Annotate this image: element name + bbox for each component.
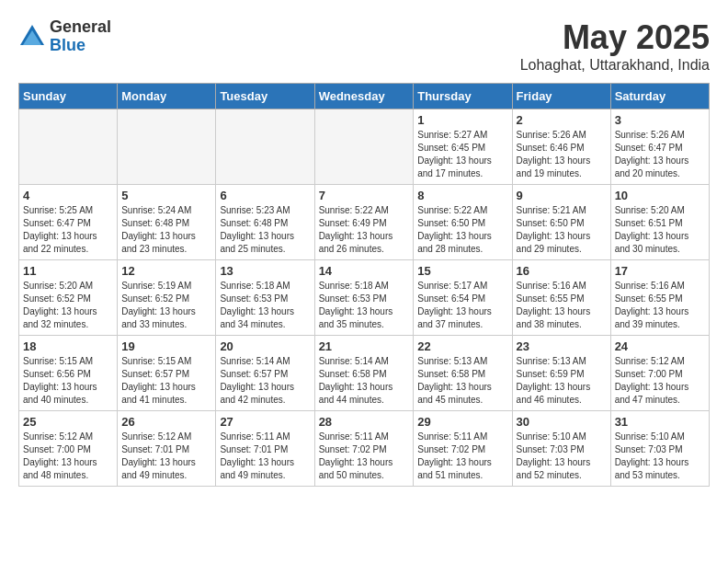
day-cell: 6Sunrise: 5:23 AM Sunset: 6:48 PM Daylig…	[216, 185, 314, 260]
day-info: Sunrise: 5:22 AM Sunset: 6:49 PM Dayligh…	[319, 204, 410, 256]
week-row-1: 1Sunrise: 5:27 AM Sunset: 6:45 PM Daylig…	[19, 109, 710, 185]
logo: General Blue	[18, 18, 111, 55]
day-info: Sunrise: 5:26 AM Sunset: 6:46 PM Dayligh…	[517, 129, 607, 180]
day-number: 19	[121, 339, 211, 353]
day-cell: 25Sunrise: 5:12 AM Sunset: 7:00 PM Dayli…	[19, 411, 118, 487]
logo-blue: Blue	[50, 37, 111, 55]
day-info: Sunrise: 5:17 AM Sunset: 6:54 PM Dayligh…	[417, 280, 507, 331]
day-info: Sunrise: 5:13 AM Sunset: 6:58 PM Dayligh…	[417, 355, 507, 407]
day-number: 13	[220, 264, 310, 278]
day-cell: 9Sunrise: 5:21 AM Sunset: 6:50 PM Daylig…	[512, 185, 610, 260]
day-number: 11	[23, 264, 113, 278]
day-cell: 2Sunrise: 5:26 AM Sunset: 6:46 PM Daylig…	[512, 109, 610, 185]
day-cell: 18Sunrise: 5:15 AM Sunset: 6:56 PM Dayli…	[19, 336, 118, 411]
day-cell: 28Sunrise: 5:11 AM Sunset: 7:02 PM Dayli…	[314, 411, 414, 487]
day-info: Sunrise: 5:27 AM Sunset: 6:45 PM Dayligh…	[417, 129, 507, 180]
header-cell-thursday: Thursday	[414, 84, 512, 109]
day-cell: 31Sunrise: 5:10 AM Sunset: 7:03 PM Dayli…	[610, 411, 709, 487]
day-cell: 14Sunrise: 5:18 AM Sunset: 6:53 PM Dayli…	[314, 260, 414, 336]
week-row-3: 11Sunrise: 5:20 AM Sunset: 6:52 PM Dayli…	[19, 260, 710, 336]
day-cell: 16Sunrise: 5:16 AM Sunset: 6:55 PM Dayli…	[512, 260, 610, 336]
day-info: Sunrise: 5:10 AM Sunset: 7:03 PM Dayligh…	[615, 431, 705, 482]
header-cell-tuesday: Tuesday	[216, 84, 314, 109]
day-number: 14	[319, 264, 410, 278]
day-info: Sunrise: 5:12 AM Sunset: 7:01 PM Dayligh…	[121, 431, 211, 482]
day-cell: 17Sunrise: 5:16 AM Sunset: 6:55 PM Dayli…	[610, 260, 709, 336]
day-cell: 22Sunrise: 5:13 AM Sunset: 6:58 PM Dayli…	[414, 336, 512, 411]
day-number: 10	[615, 189, 705, 202]
day-cell	[19, 109, 118, 185]
day-info: Sunrise: 5:18 AM Sunset: 6:53 PM Dayligh…	[220, 280, 310, 331]
day-number: 28	[319, 415, 410, 429]
day-cell: 5Sunrise: 5:24 AM Sunset: 6:48 PM Daylig…	[118, 185, 216, 260]
header-cell-friday: Friday	[512, 84, 610, 109]
logo-icon	[18, 23, 46, 51]
day-cell: 10Sunrise: 5:20 AM Sunset: 6:51 PM Dayli…	[610, 185, 709, 260]
day-number: 7	[319, 189, 410, 202]
day-cell: 8Sunrise: 5:22 AM Sunset: 6:50 PM Daylig…	[414, 185, 512, 260]
day-cell	[216, 109, 314, 185]
title-area: May 2025 Lohaghat, Uttarakhand, India	[520, 18, 710, 74]
day-number: 20	[220, 339, 310, 353]
week-row-5: 25Sunrise: 5:12 AM Sunset: 7:00 PM Dayli…	[19, 411, 710, 487]
day-cell: 11Sunrise: 5:20 AM Sunset: 6:52 PM Dayli…	[19, 260, 118, 336]
header-cell-saturday: Saturday	[610, 84, 709, 109]
day-number: 31	[615, 415, 705, 429]
day-number: 22	[417, 339, 507, 353]
day-cell: 7Sunrise: 5:22 AM Sunset: 6:49 PM Daylig…	[314, 185, 414, 260]
day-info: Sunrise: 5:22 AM Sunset: 6:50 PM Dayligh…	[417, 204, 507, 256]
day-number: 17	[615, 264, 705, 278]
logo-text: General Blue	[50, 18, 111, 55]
day-info: Sunrise: 5:23 AM Sunset: 6:48 PM Dayligh…	[220, 204, 310, 256]
day-cell: 24Sunrise: 5:12 AM Sunset: 7:00 PM Dayli…	[610, 336, 709, 411]
day-number: 1	[417, 113, 507, 127]
month-title: May 2025	[520, 18, 710, 57]
day-info: Sunrise: 5:14 AM Sunset: 6:58 PM Dayligh…	[319, 355, 410, 407]
day-cell: 27Sunrise: 5:11 AM Sunset: 7:01 PM Dayli…	[216, 411, 314, 487]
day-cell: 19Sunrise: 5:15 AM Sunset: 6:57 PM Dayli…	[118, 336, 216, 411]
logo-general: General	[50, 18, 111, 37]
day-info: Sunrise: 5:15 AM Sunset: 6:56 PM Dayligh…	[23, 355, 113, 407]
day-number: 4	[23, 189, 113, 202]
day-number: 2	[517, 113, 607, 127]
header-cell-monday: Monday	[118, 84, 216, 109]
location: Lohaghat, Uttarakhand, India	[520, 57, 710, 74]
week-row-4: 18Sunrise: 5:15 AM Sunset: 6:56 PM Dayli…	[19, 336, 710, 411]
day-cell: 15Sunrise: 5:17 AM Sunset: 6:54 PM Dayli…	[414, 260, 512, 336]
day-number: 6	[220, 189, 310, 202]
day-number: 23	[517, 339, 607, 353]
day-info: Sunrise: 5:16 AM Sunset: 6:55 PM Dayligh…	[517, 280, 607, 331]
header-cell-sunday: Sunday	[19, 84, 118, 109]
day-info: Sunrise: 5:24 AM Sunset: 6:48 PM Dayligh…	[121, 204, 211, 256]
day-cell: 21Sunrise: 5:14 AM Sunset: 6:58 PM Dayli…	[314, 336, 414, 411]
day-info: Sunrise: 5:18 AM Sunset: 6:53 PM Dayligh…	[319, 280, 410, 331]
day-number: 18	[23, 339, 113, 353]
day-number: 9	[517, 189, 607, 202]
header-cell-wednesday: Wednesday	[314, 84, 414, 109]
day-cell: 23Sunrise: 5:13 AM Sunset: 6:59 PM Dayli…	[512, 336, 610, 411]
week-row-2: 4Sunrise: 5:25 AM Sunset: 6:47 PM Daylig…	[19, 185, 710, 260]
day-cell: 1Sunrise: 5:27 AM Sunset: 6:45 PM Daylig…	[414, 109, 512, 185]
day-cell: 12Sunrise: 5:19 AM Sunset: 6:52 PM Dayli…	[118, 260, 216, 336]
day-number: 12	[121, 264, 211, 278]
day-number: 27	[220, 415, 310, 429]
day-info: Sunrise: 5:26 AM Sunset: 6:47 PM Dayligh…	[615, 129, 705, 180]
day-info: Sunrise: 5:25 AM Sunset: 6:47 PM Dayligh…	[23, 204, 113, 256]
day-number: 26	[121, 415, 211, 429]
day-number: 25	[23, 415, 113, 429]
header-row: SundayMondayTuesdayWednesdayThursdayFrid…	[19, 84, 710, 109]
day-number: 16	[517, 264, 607, 278]
day-number: 5	[121, 189, 211, 202]
day-info: Sunrise: 5:19 AM Sunset: 6:52 PM Dayligh…	[121, 280, 211, 331]
day-info: Sunrise: 5:11 AM Sunset: 7:02 PM Dayligh…	[417, 431, 507, 482]
day-info: Sunrise: 5:15 AM Sunset: 6:57 PM Dayligh…	[121, 355, 211, 407]
day-number: 29	[417, 415, 507, 429]
day-cell: 3Sunrise: 5:26 AM Sunset: 6:47 PM Daylig…	[610, 109, 709, 185]
day-info: Sunrise: 5:20 AM Sunset: 6:51 PM Dayligh…	[615, 204, 705, 256]
day-info: Sunrise: 5:11 AM Sunset: 7:01 PM Dayligh…	[220, 431, 310, 482]
day-number: 24	[615, 339, 705, 353]
day-number: 8	[417, 189, 507, 202]
day-cell: 20Sunrise: 5:14 AM Sunset: 6:57 PM Dayli…	[216, 336, 314, 411]
day-info: Sunrise: 5:13 AM Sunset: 6:59 PM Dayligh…	[517, 355, 607, 407]
day-cell: 30Sunrise: 5:10 AM Sunset: 7:03 PM Dayli…	[512, 411, 610, 487]
